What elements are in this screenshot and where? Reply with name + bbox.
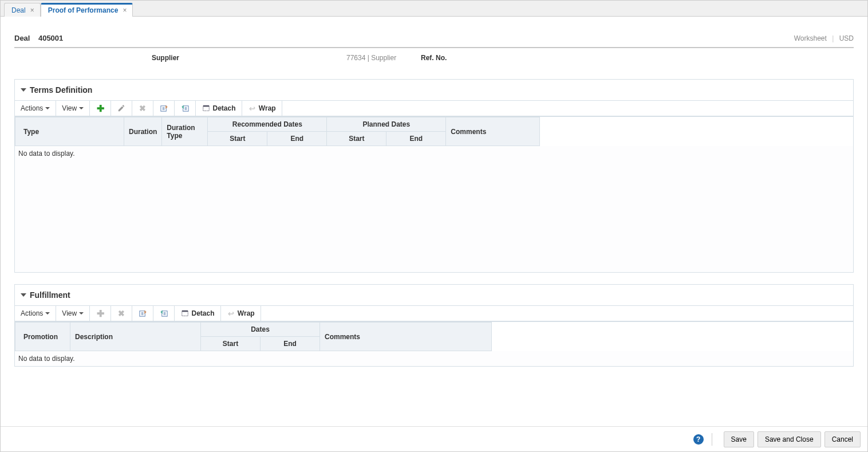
delete-button[interactable]: ✖ bbox=[111, 306, 132, 321]
add-button[interactable]: ✚ bbox=[90, 306, 111, 321]
add-button[interactable]: ✚ bbox=[90, 101, 111, 116]
close-icon[interactable]: × bbox=[123, 6, 127, 14]
content-scroll[interactable]: Deal 405001 Worksheet | USD Supplier 776… bbox=[1, 17, 867, 426]
col-planned-dates[interactable]: Planned Dates bbox=[327, 117, 446, 132]
terms-table-header: Type Duration Duration Type Recommended … bbox=[15, 117, 540, 146]
export-icon bbox=[138, 309, 147, 318]
tab-deal[interactable]: Deal × bbox=[4, 3, 41, 17]
panel-title: Fulfillment bbox=[30, 290, 70, 300]
panel-header[interactable]: Terms Definition bbox=[15, 80, 853, 100]
col-comments[interactable]: Comments bbox=[320, 323, 492, 351]
view-label: View bbox=[62, 309, 77, 317]
view-label: View bbox=[62, 104, 77, 112]
col-rec-start[interactable]: Start bbox=[208, 132, 267, 146]
supplier-value: 77634 | Supplier bbox=[346, 54, 396, 62]
col-duration-type[interactable]: Duration Type bbox=[162, 117, 208, 146]
actions-menu[interactable]: Actions bbox=[15, 101, 56, 116]
close-icon[interactable]: × bbox=[30, 6, 34, 14]
x-icon: ✖ bbox=[117, 309, 126, 318]
export-button[interactable] bbox=[132, 306, 153, 321]
col-plan-start[interactable]: Start bbox=[327, 132, 386, 146]
separator: | bbox=[832, 34, 834, 42]
pencil-icon bbox=[117, 104, 126, 113]
col-rec-end[interactable]: End bbox=[267, 132, 327, 146]
tab-label: Proof of Performance bbox=[48, 6, 119, 14]
import-icon bbox=[180, 104, 190, 113]
actions-menu[interactable]: Actions bbox=[15, 306, 56, 321]
footer-actions: ? Save Save and Close Cancel bbox=[1, 426, 867, 451]
fulfillment-toolbar: Actions View ✚ ✖ bbox=[15, 305, 853, 321]
deal-label: Deal bbox=[14, 34, 30, 42]
panel-header[interactable]: Fulfillment bbox=[15, 285, 853, 305]
terms-empty-message: No data to display. bbox=[15, 146, 853, 272]
fulfillment-panel: Fulfillment Actions View ✚ ✖ bbox=[14, 284, 854, 367]
col-description[interactable]: Description bbox=[70, 323, 201, 351]
edit-button[interactable] bbox=[111, 101, 132, 116]
panel-title: Terms Definition bbox=[30, 85, 92, 95]
header-right: Worksheet | USD bbox=[794, 34, 854, 42]
col-duration[interactable]: Duration bbox=[124, 117, 162, 146]
plus-icon: ✚ bbox=[96, 309, 105, 318]
col-end[interactable]: End bbox=[261, 337, 320, 351]
save-button[interactable]: Save bbox=[724, 431, 754, 447]
chevron-down-icon bbox=[45, 312, 50, 315]
col-comments[interactable]: Comments bbox=[446, 117, 540, 146]
wrap-icon: ↩ bbox=[227, 309, 236, 318]
detach-button[interactable]: Detach bbox=[175, 306, 220, 321]
view-menu[interactable]: View bbox=[56, 306, 90, 321]
wrap-button[interactable]: ↩ Wrap bbox=[242, 101, 282, 116]
import-button[interactable] bbox=[153, 306, 175, 321]
svg-rect-7 bbox=[182, 310, 188, 312]
col-dates[interactable]: Dates bbox=[201, 323, 320, 337]
detach-label: Detach bbox=[192, 309, 215, 317]
supplier-label: Supplier bbox=[152, 54, 179, 62]
terms-toolbar: Actions View ✚ ✖ bbox=[15, 100, 853, 116]
col-plan-end[interactable]: End bbox=[386, 132, 446, 146]
col-start[interactable]: Start bbox=[201, 337, 261, 351]
fulfillment-table: Promotion Description Dates Comments Sta… bbox=[15, 321, 853, 366]
export-button[interactable] bbox=[153, 101, 175, 116]
wrap-icon: ↩ bbox=[248, 104, 257, 113]
chevron-down-icon bbox=[45, 107, 50, 109]
col-recommended-dates[interactable]: Recommended Dates bbox=[208, 117, 327, 132]
ref-no-label: Ref. No. bbox=[421, 54, 447, 62]
fulfillment-empty-message: No data to display. bbox=[15, 351, 853, 366]
col-type[interactable]: Type bbox=[15, 117, 124, 146]
tab-proof-of-performance[interactable]: Proof of Performance × bbox=[41, 3, 133, 17]
tab-bar: Deal × Proof of Performance × bbox=[1, 1, 867, 17]
detach-label: Detach bbox=[213, 104, 236, 112]
svg-rect-6 bbox=[182, 312, 188, 316]
delete-button[interactable]: ✖ bbox=[132, 101, 153, 116]
col-promotion[interactable]: Promotion bbox=[15, 323, 70, 351]
wrap-label: Wrap bbox=[259, 104, 276, 112]
detach-icon bbox=[202, 104, 211, 113]
save-and-close-button[interactable]: Save and Close bbox=[757, 431, 821, 447]
separator bbox=[712, 433, 712, 446]
terms-table: Type Duration Duration Type Recommended … bbox=[15, 116, 853, 272]
deal-number: 405001 bbox=[38, 34, 63, 42]
svg-rect-3 bbox=[203, 105, 210, 107]
detach-button[interactable]: Detach bbox=[196, 101, 242, 116]
worksheet-link[interactable]: Worksheet bbox=[794, 34, 827, 42]
actions-label: Actions bbox=[21, 104, 43, 112]
disclosure-triangle-icon[interactable] bbox=[21, 88, 26, 92]
view-menu[interactable]: View bbox=[56, 101, 90, 116]
currency-label: USD bbox=[839, 34, 854, 42]
deal-title: Deal 405001 bbox=[14, 34, 63, 42]
wrap-button[interactable]: ↩ Wrap bbox=[221, 306, 261, 321]
actions-label: Actions bbox=[21, 309, 43, 317]
fulfillment-table-header: Promotion Description Dates Comments Sta… bbox=[15, 322, 492, 351]
detach-icon bbox=[180, 309, 190, 318]
wrap-label: Wrap bbox=[238, 309, 255, 317]
plus-icon: ✚ bbox=[96, 104, 105, 113]
import-button[interactable] bbox=[175, 101, 196, 116]
x-icon: ✖ bbox=[138, 104, 147, 113]
cancel-button[interactable]: Cancel bbox=[824, 431, 861, 447]
chevron-down-icon bbox=[79, 312, 84, 315]
help-icon[interactable]: ? bbox=[693, 434, 704, 445]
supplier-row: Supplier 77634 | Supplier Ref. No. bbox=[14, 48, 854, 68]
svg-rect-2 bbox=[203, 107, 210, 111]
export-icon bbox=[159, 104, 168, 113]
disclosure-triangle-icon[interactable] bbox=[21, 293, 26, 297]
tab-label: Deal bbox=[11, 6, 26, 14]
